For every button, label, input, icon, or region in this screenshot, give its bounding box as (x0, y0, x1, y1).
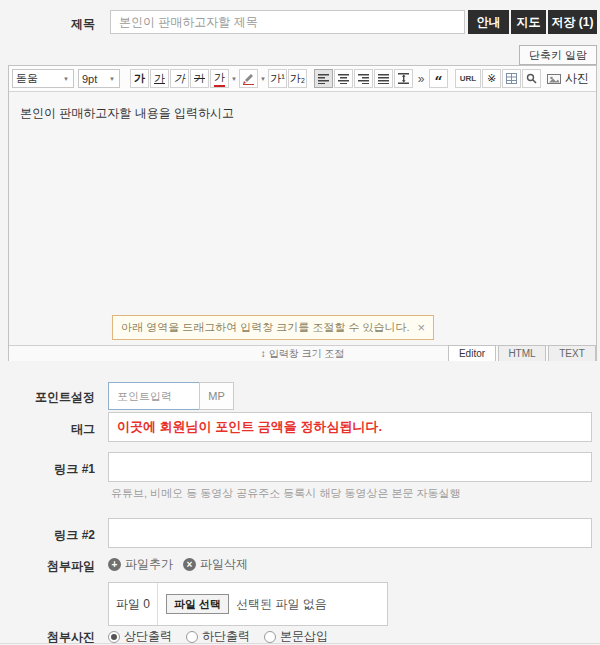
tooltip-text: 아래 영역을 드래그하여 입력창 크기를 조절할 수 있습니다. (121, 320, 409, 335)
resize-tooltip: 아래 영역을 드래그하여 입력창 크기를 조절할 수 있습니다. × (112, 315, 434, 340)
tab-html[interactable]: HTML (498, 345, 546, 361)
title-label: 제목 (0, 16, 95, 33)
editor-toolbar: 돋움 ▼ 9pt ▼ 가 가 가 가 가 ▼ ▼ 가¹ 가 (9, 66, 596, 92)
radio-icon (186, 631, 198, 643)
link2-label: 링크 #2 (0, 527, 95, 544)
search-button[interactable] (522, 69, 541, 88)
plus-circle-icon: + (108, 558, 121, 571)
tab-text[interactable]: TEXT (548, 345, 596, 361)
choose-file-button[interactable]: 파일 선택 (166, 594, 229, 614)
point-setting-label: 포인트설정 (0, 389, 95, 406)
url-link-button[interactable]: URL (455, 69, 481, 88)
table-button[interactable] (502, 69, 521, 88)
underline-button[interactable]: 가 (150, 69, 169, 88)
link1-label: 링크 #1 (0, 461, 95, 478)
resize-arrows-icon: ↕ (261, 348, 266, 359)
file-count-label: 파일 0 (109, 583, 158, 625)
editor-resize-handle[interactable]: ↕입력창 크기 조절 Editor HTML TEXT (9, 345, 596, 361)
save-button[interactable]: 저장 (1) (548, 10, 597, 34)
add-file-link[interactable]: + 파일추가 (108, 556, 173, 573)
align-left-button[interactable] (314, 69, 333, 88)
radio-selected-icon (108, 631, 120, 643)
superscript-button[interactable]: 가¹ (268, 69, 287, 88)
resize-label: 입력창 크기 조절 (269, 348, 345, 359)
tab-editor[interactable]: Editor (448, 345, 496, 361)
pen-icon (242, 72, 255, 85)
map-button[interactable]: 지도 (511, 10, 546, 34)
search-icon (526, 73, 537, 84)
font-color-button[interactable]: 가 (210, 69, 229, 88)
editor-mode-tabs: Editor HTML TEXT (446, 345, 596, 361)
divider (0, 643, 600, 644)
align-right-button[interactable] (354, 69, 373, 88)
line-height-button[interactable] (394, 69, 413, 88)
align-justify-button[interactable] (374, 69, 393, 88)
align-justify-icon (378, 74, 389, 84)
special-char-button[interactable]: ※ (482, 69, 501, 88)
delete-file-link[interactable]: × 파일삭제 (183, 556, 248, 573)
strikethrough-button[interactable]: 가 (190, 69, 209, 88)
font-size-select[interactable]: 9pt ▼ (78, 69, 120, 88)
highlight-pen-button[interactable] (239, 69, 258, 88)
rich-text-editor: 돋움 ▼ 9pt ▼ 가 가 가 가 가 ▼ ▼ 가¹ 가 (8, 65, 597, 361)
editor-body-text: 본인이 판매하고자할 내용을 입력하시고 (20, 105, 234, 122)
chevron-down-icon: ▼ (108, 76, 116, 82)
tag-label: 태그 (0, 421, 95, 438)
link1-help-text: 유튜브, 비메오 등 동영상 공유주소 등록시 해당 동영상은 본문 자동실행 (111, 486, 461, 501)
chevron-down-icon: ▼ (62, 76, 70, 82)
close-icon[interactable]: × (418, 320, 426, 335)
italic-button[interactable]: 가 (170, 69, 189, 88)
line-height-icon (398, 73, 409, 84)
point-input[interactable] (108, 382, 200, 410)
align-left-icon (318, 74, 329, 84)
radio-icon (264, 631, 276, 643)
blockquote-button[interactable]: “ (429, 69, 448, 88)
x-circle-icon: × (183, 558, 196, 571)
link1-input[interactable] (108, 452, 592, 482)
bold-button[interactable]: 가 (130, 69, 149, 88)
title-input[interactable] (110, 10, 465, 34)
table-icon (506, 73, 517, 84)
link2-input[interactable] (108, 518, 592, 548)
editor-content-area[interactable]: 본인이 판매하고자할 내용을 입력하시고 아래 영역을 드래그하여 입력창 크기… (9, 92, 596, 345)
photo-icon (547, 73, 561, 85)
post-editor-page: 제목 안내 지도 저장 (1) 단축키 일람 돋움 ▼ 9pt ▼ 가 가 가 … (0, 0, 600, 645)
more-tools-button[interactable]: » (414, 72, 428, 86)
point-unit-badge: MP (199, 382, 234, 410)
align-right-icon (358, 74, 369, 84)
chevron-down-icon[interactable]: ▼ (230, 76, 238, 82)
chevron-down-icon[interactable]: ▼ (259, 76, 267, 82)
font-family-select[interactable]: 돋움 ▼ (12, 69, 74, 88)
align-center-icon (338, 74, 349, 84)
tag-input[interactable] (108, 412, 592, 442)
file-upload-box: 파일 0 파일 선택 선택된 파일 없음 (108, 582, 388, 626)
align-center-button[interactable] (334, 69, 353, 88)
no-file-text: 선택된 파일 없음 (236, 596, 327, 613)
attachment-label: 첨부파일 (0, 558, 95, 575)
insert-photo-button[interactable]: 사진 (547, 70, 593, 87)
guide-button[interactable]: 안내 (468, 10, 509, 34)
subscript-button[interactable]: 가₂ (288, 69, 307, 88)
shortcut-list-button[interactable]: 단축키 일람 (519, 45, 597, 65)
